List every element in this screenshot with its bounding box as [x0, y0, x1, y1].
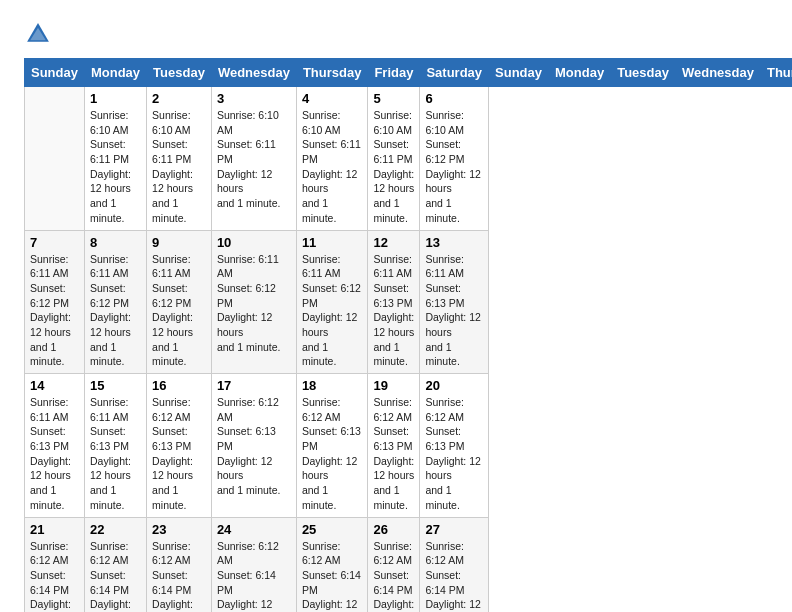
- calendar-cell: 10Sunrise: 6:11 AM Sunset: 6:12 PM Dayli…: [211, 230, 296, 374]
- calendar-cell: 20Sunrise: 6:12 AM Sunset: 6:13 PM Dayli…: [420, 374, 489, 518]
- day-info: Sunrise: 6:12 AM Sunset: 6:14 PM Dayligh…: [373, 539, 414, 613]
- logo: [24, 20, 56, 48]
- day-info: Sunrise: 6:12 AM Sunset: 6:13 PM Dayligh…: [373, 395, 414, 513]
- header-sunday: Sunday: [489, 59, 549, 87]
- header-thursday: Thursday: [296, 59, 368, 87]
- day-number: 15: [90, 378, 141, 393]
- day-number: 25: [302, 522, 363, 537]
- calendar-cell: 11Sunrise: 6:11 AM Sunset: 6:12 PM Dayli…: [296, 230, 368, 374]
- calendar-cell: 18Sunrise: 6:12 AM Sunset: 6:13 PM Dayli…: [296, 374, 368, 518]
- calendar-cell: 1Sunrise: 6:10 AM Sunset: 6:11 PM Daylig…: [84, 87, 146, 231]
- day-info: Sunrise: 6:12 AM Sunset: 6:14 PM Dayligh…: [217, 539, 291, 613]
- calendar-cell: 25Sunrise: 6:12 AM Sunset: 6:14 PM Dayli…: [296, 517, 368, 612]
- calendar-cell: 2Sunrise: 6:10 AM Sunset: 6:11 PM Daylig…: [147, 87, 212, 231]
- day-number: 5: [373, 91, 414, 106]
- calendar-cell: 26Sunrise: 6:12 AM Sunset: 6:14 PM Dayli…: [368, 517, 420, 612]
- header-tuesday: Tuesday: [611, 59, 676, 87]
- calendar-cell: 12Sunrise: 6:11 AM Sunset: 6:13 PM Dayli…: [368, 230, 420, 374]
- day-info: Sunrise: 6:12 AM Sunset: 6:13 PM Dayligh…: [152, 395, 206, 513]
- calendar-cell: 19Sunrise: 6:12 AM Sunset: 6:13 PM Dayli…: [368, 374, 420, 518]
- day-info: Sunrise: 6:10 AM Sunset: 6:11 PM Dayligh…: [217, 108, 291, 211]
- calendar-cell: 6Sunrise: 6:10 AM Sunset: 6:12 PM Daylig…: [420, 87, 489, 231]
- day-number: 12: [373, 235, 414, 250]
- day-info: Sunrise: 6:10 AM Sunset: 6:12 PM Dayligh…: [425, 108, 483, 226]
- day-number: 4: [302, 91, 363, 106]
- calendar-cell: 24Sunrise: 6:12 AM Sunset: 6:14 PM Dayli…: [211, 517, 296, 612]
- calendar-week-row: 1Sunrise: 6:10 AM Sunset: 6:11 PM Daylig…: [25, 87, 793, 231]
- header-monday: Monday: [84, 59, 146, 87]
- calendar-cell: [25, 87, 85, 231]
- logo-icon: [24, 20, 52, 48]
- day-number: 6: [425, 91, 483, 106]
- day-info: Sunrise: 6:12 AM Sunset: 6:13 PM Dayligh…: [217, 395, 291, 498]
- day-number: 8: [90, 235, 141, 250]
- day-number: 7: [30, 235, 79, 250]
- header-wednesday: Wednesday: [675, 59, 760, 87]
- day-info: Sunrise: 6:12 AM Sunset: 6:14 PM Dayligh…: [30, 539, 79, 613]
- day-number: 18: [302, 378, 363, 393]
- calendar-week-row: 7Sunrise: 6:11 AM Sunset: 6:12 PM Daylig…: [25, 230, 793, 374]
- calendar-cell: 15Sunrise: 6:11 AM Sunset: 6:13 PM Dayli…: [84, 374, 146, 518]
- day-number: 23: [152, 522, 206, 537]
- day-info: Sunrise: 6:10 AM Sunset: 6:11 PM Dayligh…: [90, 108, 141, 226]
- day-info: Sunrise: 6:10 AM Sunset: 6:11 PM Dayligh…: [302, 108, 363, 226]
- calendar-cell: 16Sunrise: 6:12 AM Sunset: 6:13 PM Dayli…: [147, 374, 212, 518]
- day-number: 2: [152, 91, 206, 106]
- calendar-week-row: 14Sunrise: 6:11 AM Sunset: 6:13 PM Dayli…: [25, 374, 793, 518]
- day-info: Sunrise: 6:10 AM Sunset: 6:11 PM Dayligh…: [152, 108, 206, 226]
- day-info: Sunrise: 6:12 AM Sunset: 6:13 PM Dayligh…: [425, 395, 483, 513]
- day-number: 27: [425, 522, 483, 537]
- day-info: Sunrise: 6:12 AM Sunset: 6:13 PM Dayligh…: [302, 395, 363, 513]
- day-info: Sunrise: 6:11 AM Sunset: 6:13 PM Dayligh…: [30, 395, 79, 513]
- day-info: Sunrise: 6:11 AM Sunset: 6:13 PM Dayligh…: [90, 395, 141, 513]
- day-number: 21: [30, 522, 79, 537]
- day-info: Sunrise: 6:12 AM Sunset: 6:14 PM Dayligh…: [425, 539, 483, 613]
- header-saturday: Saturday: [420, 59, 489, 87]
- calendar-header-row: SundayMondayTuesdayWednesdayThursdayFrid…: [25, 59, 793, 87]
- calendar-cell: 9Sunrise: 6:11 AM Sunset: 6:12 PM Daylig…: [147, 230, 212, 374]
- header-thursday: Thursday: [760, 59, 792, 87]
- day-info: Sunrise: 6:11 AM Sunset: 6:12 PM Dayligh…: [152, 252, 206, 370]
- day-number: 14: [30, 378, 79, 393]
- day-info: Sunrise: 6:11 AM Sunset: 6:13 PM Dayligh…: [373, 252, 414, 370]
- page-header: [24, 20, 768, 48]
- day-number: 9: [152, 235, 206, 250]
- calendar-cell: 4Sunrise: 6:10 AM Sunset: 6:11 PM Daylig…: [296, 87, 368, 231]
- calendar-cell: 5Sunrise: 6:10 AM Sunset: 6:11 PM Daylig…: [368, 87, 420, 231]
- calendar-cell: 17Sunrise: 6:12 AM Sunset: 6:13 PM Dayli…: [211, 374, 296, 518]
- header-wednesday: Wednesday: [211, 59, 296, 87]
- day-number: 24: [217, 522, 291, 537]
- day-number: 19: [373, 378, 414, 393]
- calendar-cell: 13Sunrise: 6:11 AM Sunset: 6:13 PM Dayli…: [420, 230, 489, 374]
- calendar-cell: 7Sunrise: 6:11 AM Sunset: 6:12 PM Daylig…: [25, 230, 85, 374]
- calendar-cell: 3Sunrise: 6:10 AM Sunset: 6:11 PM Daylig…: [211, 87, 296, 231]
- day-info: Sunrise: 6:12 AM Sunset: 6:14 PM Dayligh…: [90, 539, 141, 613]
- day-info: Sunrise: 6:11 AM Sunset: 6:13 PM Dayligh…: [425, 252, 483, 370]
- day-info: Sunrise: 6:12 AM Sunset: 6:14 PM Dayligh…: [152, 539, 206, 613]
- header-monday: Monday: [549, 59, 611, 87]
- calendar-cell: 23Sunrise: 6:12 AM Sunset: 6:14 PM Dayli…: [147, 517, 212, 612]
- header-sunday: Sunday: [25, 59, 85, 87]
- day-info: Sunrise: 6:11 AM Sunset: 6:12 PM Dayligh…: [302, 252, 363, 370]
- day-number: 20: [425, 378, 483, 393]
- day-number: 10: [217, 235, 291, 250]
- calendar-cell: 21Sunrise: 6:12 AM Sunset: 6:14 PM Dayli…: [25, 517, 85, 612]
- day-info: Sunrise: 6:10 AM Sunset: 6:11 PM Dayligh…: [373, 108, 414, 226]
- header-friday: Friday: [368, 59, 420, 87]
- day-number: 11: [302, 235, 363, 250]
- calendar-cell: 22Sunrise: 6:12 AM Sunset: 6:14 PM Dayli…: [84, 517, 146, 612]
- calendar-cell: 8Sunrise: 6:11 AM Sunset: 6:12 PM Daylig…: [84, 230, 146, 374]
- calendar-cell: 14Sunrise: 6:11 AM Sunset: 6:13 PM Dayli…: [25, 374, 85, 518]
- day-info: Sunrise: 6:11 AM Sunset: 6:12 PM Dayligh…: [30, 252, 79, 370]
- day-number: 13: [425, 235, 483, 250]
- calendar-table: SundayMondayTuesdayWednesdayThursdayFrid…: [24, 58, 792, 612]
- calendar-cell: 27Sunrise: 6:12 AM Sunset: 6:14 PM Dayli…: [420, 517, 489, 612]
- day-number: 16: [152, 378, 206, 393]
- day-number: 1: [90, 91, 141, 106]
- day-number: 22: [90, 522, 141, 537]
- day-number: 26: [373, 522, 414, 537]
- day-number: 17: [217, 378, 291, 393]
- calendar-week-row: 21Sunrise: 6:12 AM Sunset: 6:14 PM Dayli…: [25, 517, 793, 612]
- day-info: Sunrise: 6:11 AM Sunset: 6:12 PM Dayligh…: [90, 252, 141, 370]
- day-info: Sunrise: 6:12 AM Sunset: 6:14 PM Dayligh…: [302, 539, 363, 613]
